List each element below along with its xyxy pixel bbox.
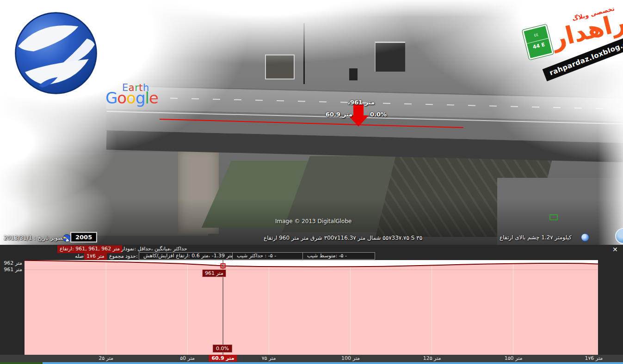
x-tick-150: 1۵0 متر <box>505 355 523 361</box>
x-tick-50: ۵0 متر <box>180 355 195 361</box>
history-clock-icon[interactable] <box>63 234 71 242</box>
imagery-attribution: Image © 2013 DigitalGlobe <box>275 218 352 224</box>
building <box>265 55 295 79</box>
chart-legend-label: نمودار: حداقل، میانگین، حداکثر <box>121 246 187 253</box>
road-sign-bottom: 44 E <box>527 38 550 51</box>
map-elevation-label: ،961 متر <box>348 99 375 106</box>
x-tick-25: 2۵ متر <box>99 355 113 361</box>
total-bounds-label: مجموع حدود: <box>109 253 138 260</box>
elevation-stats-label: ارتفاع: 961, 961, 962 متر <box>57 245 122 253</box>
y-axis-label-962: 962 متر <box>2 260 22 266</box>
streetview-pegman-icon[interactable] <box>581 233 589 242</box>
eye-altitude-status: ارتفاع بالای چشم 1.2۷ کیلومتر <box>500 234 572 241</box>
building <box>349 68 358 80</box>
map-view[interactable]: ،961 متر 60.9 متر 0.0% Image © 2013 Digi… <box>0 0 623 245</box>
x-tick-75: ۷۵ متر <box>262 355 276 361</box>
x-tick-176: 1۷6 متر <box>585 355 603 361</box>
close-icon[interactable]: ✕ <box>612 246 618 253</box>
distance-value: 1۷6 متر <box>84 253 107 261</box>
timeline-year-badge[interactable]: 2005 <box>71 233 96 242</box>
gain-loss-box: کاهش‎/افزایش ارتفاع: 0.6 متر، -1.39 متر <box>139 252 236 260</box>
max-slope-box: شیب حداکثر : -۵ - <box>232 252 307 260</box>
road-sign-top: ٤٤ <box>525 30 548 40</box>
imagery-date-label: 2013/31/1 : تاریخ تصویر <box>4 235 64 241</box>
map-slope-label: 0.0% <box>370 111 387 118</box>
avg-slope-box: شیب متوسط: -۵ - <box>302 252 375 260</box>
x-axis-strip: 2۵ متر ۵0 متر ۷۵ متر 100 متر 12۵ متر 1۵0… <box>0 355 623 362</box>
elevation-profile-panel: ✕ ارتفاع: 961, 961, 962 متر نمودار: حداق… <box>0 245 623 362</box>
utility-pole <box>303 23 305 84</box>
google-earth-globe-logo <box>13 10 99 96</box>
google-earth-wordmark: Earth Google <box>105 82 170 108</box>
coordinates-status: ارتفاع 960 متر متر شرق ۳00۷116.3۷ متر شم… <box>264 235 422 241</box>
cursor-slope-badge: 0.0% <box>213 345 232 352</box>
y-axis-label-961: 961 متر <box>2 267 22 273</box>
x-tick-125: 12۵ متر <box>423 355 441 361</box>
map-distance-label: 60.9 متر <box>326 111 352 118</box>
cursor-distance-badge: 60.9 متر <box>209 355 237 362</box>
elevation-chart[interactable] <box>25 260 598 355</box>
google-earth-window: ،961 متر 60.9 متر 0.0% Image © 2013 Digi… <box>0 0 623 364</box>
x-tick-100: 100 متر <box>341 355 360 361</box>
road-sign-icon: ٤٤ 44 E <box>522 24 554 60</box>
bottom-edge-green <box>0 362 43 364</box>
google-text: Google <box>105 89 158 107</box>
rahdar-watermark: وبلاگ تخصصی راهدار ٤٤ 44 E rahpardaz.lox… <box>517 0 623 88</box>
window-bottom-edge <box>0 362 623 364</box>
cursor-elevation-tooltip: 961 متر <box>202 269 226 277</box>
elevation-cursor-arrow[interactable] <box>353 104 364 116</box>
building <box>375 42 405 72</box>
